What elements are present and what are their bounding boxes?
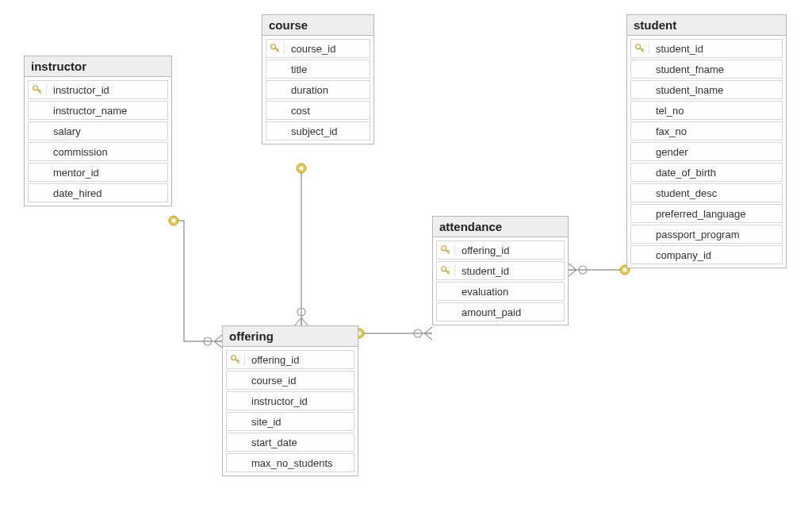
field-name: fax_no bbox=[649, 123, 782, 140]
field-row[interactable]: offering_id bbox=[226, 350, 354, 369]
field-name: student_id bbox=[649, 40, 782, 57]
svg-point-3 bbox=[300, 167, 304, 171]
entity-body: course_idtitledurationcostsubject_id bbox=[262, 36, 373, 144]
field-row[interactable]: course_id bbox=[226, 371, 354, 390]
field-row[interactable]: tel_no bbox=[630, 101, 783, 120]
field-row[interactable]: date_hired bbox=[28, 183, 168, 202]
entity-instructor[interactable]: instructor instructor_idinstructor_names… bbox=[24, 56, 172, 206]
field-row[interactable]: site_id bbox=[226, 412, 354, 431]
field-name: start_date bbox=[245, 434, 354, 451]
field-name: course_id bbox=[245, 372, 354, 389]
field-row[interactable]: student_fname bbox=[630, 60, 783, 79]
field-name: instructor_name bbox=[47, 102, 167, 119]
key-icon bbox=[270, 43, 281, 54]
key-icon bbox=[32, 84, 43, 95]
key-icon bbox=[440, 244, 451, 256]
entity-course[interactable]: course course_idtitledurationcostsubject… bbox=[262, 14, 374, 144]
field-name: gender bbox=[649, 144, 782, 160]
pk-indicator bbox=[631, 43, 649, 54]
field-name: instructor_id bbox=[47, 82, 167, 98]
field-row[interactable]: gender bbox=[630, 142, 783, 161]
field-name: student_lname bbox=[649, 82, 782, 98]
field-name: cost bbox=[285, 102, 370, 119]
svg-point-14 bbox=[623, 268, 627, 272]
field-row[interactable]: salary bbox=[28, 121, 168, 140]
pk-indicator bbox=[29, 84, 47, 95]
pk-indicator bbox=[266, 43, 285, 54]
field-row[interactable]: date_of_birth bbox=[630, 163, 783, 182]
field-name: max_no_students bbox=[245, 455, 354, 471]
entity-offering[interactable]: offering offering_idcourse_idinstructor_… bbox=[222, 325, 358, 476]
field-name: student_desc bbox=[649, 185, 782, 202]
svg-point-6 bbox=[172, 219, 176, 223]
field-name: subject_id bbox=[285, 123, 370, 140]
field-row[interactable]: amount_paid bbox=[436, 302, 565, 321]
field-row[interactable]: instructor_id bbox=[226, 391, 354, 410]
field-name: title bbox=[285, 61, 370, 78]
pk-indicator bbox=[227, 354, 245, 365]
entity-title: offering bbox=[223, 326, 358, 347]
entity-body: offering_idcourse_idinstructor_idsite_id… bbox=[223, 347, 358, 475]
field-row[interactable]: start_date bbox=[226, 433, 354, 452]
field-row[interactable]: commission bbox=[28, 142, 168, 161]
field-name: amount_paid bbox=[455, 304, 564, 321]
field-row[interactable]: instructor_name bbox=[28, 101, 168, 120]
field-row[interactable]: instructor_id bbox=[28, 80, 168, 99]
svg-point-10 bbox=[414, 329, 422, 337]
field-name: date_of_birth bbox=[649, 164, 782, 181]
key-icon bbox=[230, 354, 241, 365]
entity-title: student bbox=[627, 15, 786, 36]
field-name: preferred_language bbox=[649, 206, 782, 222]
field-row[interactable]: cost bbox=[266, 101, 370, 120]
field-row[interactable]: title bbox=[266, 60, 370, 79]
field-name: duration bbox=[285, 82, 370, 98]
field-row[interactable]: evaluation bbox=[436, 282, 565, 301]
field-name: mentor_id bbox=[47, 164, 167, 181]
pk-indicator bbox=[437, 244, 455, 256]
field-row[interactable]: student_id bbox=[436, 261, 565, 280]
field-name: commission bbox=[47, 144, 167, 160]
field-name: student_fname bbox=[649, 61, 782, 78]
field-row[interactable]: max_no_students bbox=[226, 453, 354, 472]
entity-student[interactable]: student student_idstudent_fnamestudent_l… bbox=[626, 14, 787, 268]
field-row[interactable]: student_lname bbox=[630, 80, 783, 99]
field-name: passport_program bbox=[649, 226, 782, 243]
field-row[interactable]: passport_program bbox=[630, 225, 783, 244]
svg-point-12 bbox=[579, 266, 587, 274]
field-name: tel_no bbox=[649, 102, 782, 119]
field-row[interactable]: course_id bbox=[266, 39, 370, 58]
entity-title: attendance bbox=[433, 217, 568, 237]
svg-point-4 bbox=[204, 337, 212, 345]
svg-point-2 bbox=[297, 164, 306, 173]
field-name: salary bbox=[47, 123, 167, 140]
field-name: offering_id bbox=[455, 242, 564, 259]
key-icon bbox=[440, 265, 451, 276]
field-name: instructor_id bbox=[245, 393, 354, 410]
field-row[interactable]: fax_no bbox=[630, 121, 783, 140]
svg-point-1 bbox=[297, 308, 305, 316]
entity-title: instructor bbox=[25, 56, 171, 77]
field-row[interactable]: company_id bbox=[630, 245, 783, 264]
entity-attendance[interactable]: attendance offering_idstudent_idevaluati… bbox=[432, 216, 569, 325]
pk-indicator bbox=[437, 265, 455, 276]
field-name: offering_id bbox=[245, 352, 354, 368]
field-name: date_hired bbox=[47, 185, 167, 202]
field-name: site_id bbox=[245, 414, 354, 430]
field-row[interactable]: preferred_language bbox=[630, 204, 783, 223]
key-icon bbox=[634, 43, 645, 54]
entity-body: offering_idstudent_idevaluationamount_pa… bbox=[433, 237, 568, 325]
field-name: company_id bbox=[649, 247, 782, 264]
field-row[interactable]: mentor_id bbox=[28, 163, 168, 182]
field-row[interactable]: subject_id bbox=[266, 121, 370, 140]
field-name: evaluation bbox=[455, 283, 564, 300]
field-name: student_id bbox=[455, 263, 564, 279]
field-name: course_id bbox=[285, 40, 370, 57]
field-row[interactable]: student_id bbox=[630, 39, 783, 58]
entity-body: instructor_idinstructor_namesalarycommis… bbox=[25, 77, 171, 206]
entity-title: course bbox=[262, 15, 373, 36]
field-row[interactable]: student_desc bbox=[630, 183, 783, 202]
erd-canvas: instructor instructor_idinstructor_names… bbox=[0, 0, 812, 508]
field-row[interactable]: offering_id bbox=[436, 241, 565, 260]
field-row[interactable]: duration bbox=[266, 80, 370, 99]
svg-point-5 bbox=[169, 216, 178, 225]
